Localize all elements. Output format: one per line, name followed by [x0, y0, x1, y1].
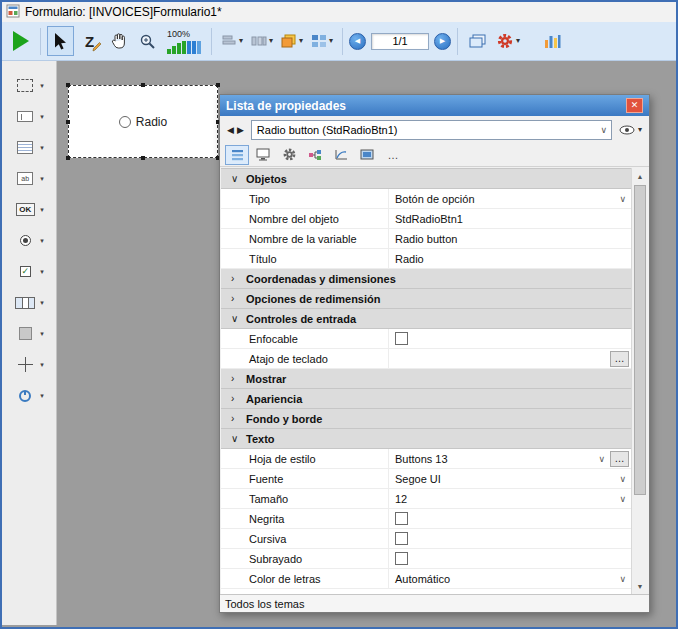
property-row-nombre-de-la-variable: Nombre de la variableRadio button: [221, 229, 631, 249]
prev-page-button[interactable]: ◀: [349, 33, 366, 50]
run-button[interactable]: [7, 26, 34, 56]
panel-scrollbar[interactable]: ▲ ▼: [631, 168, 648, 594]
object-prev-next-button[interactable]: ◀ ▶: [225, 123, 246, 137]
grid-menu-button[interactable]: ▾: [308, 26, 336, 56]
chevron-down-icon[interactable]: ∨: [619, 474, 629, 484]
chevron-down-icon[interactable]: ▾: [40, 82, 44, 89]
chevron-down-icon[interactable]: ▾: [40, 392, 44, 399]
property-value[interactable]: Radio: [395, 253, 424, 265]
tab-more[interactable]: …: [381, 145, 405, 165]
zoom-level-widget[interactable]: 100%: [163, 25, 205, 57]
resize-handle[interactable]: [141, 83, 145, 87]
object-selector-combobox[interactable]: Radio button (StdRadioBtn1) ∨: [251, 120, 612, 140]
button-bar-tool-button[interactable]: ▾: [14, 291, 44, 314]
chevron-down-icon[interactable]: ∨: [600, 125, 607, 135]
scroll-down-icon[interactable]: ▼: [632, 578, 648, 594]
resize-handle[interactable]: [141, 156, 145, 160]
chevron-down-icon[interactable]: ▾: [40, 361, 44, 368]
properties-panel-titlebar[interactable]: Lista de propiedades ✕: [220, 95, 649, 116]
tab-order-tool-button[interactable]: Z: [76, 26, 103, 56]
chevron-down-icon[interactable]: ▾: [40, 299, 44, 306]
next-page-button[interactable]: ▶: [434, 33, 451, 50]
scrollbar-thumb[interactable]: [634, 185, 646, 495]
radio-tool-button[interactable]: ▾: [14, 229, 44, 252]
resize-handle[interactable]: [66, 83, 70, 87]
radio-button-widget[interactable]: Radio: [68, 85, 218, 158]
property-value[interactable]: Radio button: [395, 233, 457, 245]
checkbox[interactable]: [395, 532, 408, 545]
resize-handle[interactable]: [216, 83, 220, 87]
section-opciones-de-redimension[interactable]: ›Opciones de redimensión: [221, 289, 631, 309]
list-tool-button[interactable]: ▾: [14, 136, 44, 159]
property-value[interactable]: 12: [395, 493, 407, 505]
zoom-tool-button[interactable]: [134, 26, 161, 56]
property-value[interactable]: Buttons 13: [395, 453, 448, 465]
next-icon[interactable]: ▶: [237, 125, 244, 135]
chevron-down-icon[interactable]: ∨: [619, 494, 629, 504]
tab-nodes[interactable]: [303, 145, 327, 165]
field-tool-button[interactable]: ▾: [14, 105, 44, 128]
chevron-down-icon[interactable]: ▾: [40, 237, 44, 244]
property-value[interactable]: Automático: [395, 573, 450, 585]
visibility-menu-button[interactable]: ▾: [617, 123, 644, 137]
chevron-down-icon: ▾: [638, 126, 642, 134]
checkbox[interactable]: [395, 552, 408, 565]
section-apariencia[interactable]: ›Apariencia: [221, 389, 631, 409]
chevron-down-icon[interactable]: ∨: [598, 454, 608, 464]
ok-button-tool-button[interactable]: OK▾: [14, 198, 44, 221]
property-value[interactable]: Botón de opción: [395, 193, 475, 205]
section-controles-de-entrada[interactable]: ∨Controles de entrada: [221, 309, 631, 329]
dial-tool-button[interactable]: ▾: [14, 384, 44, 407]
align-menu-button[interactable]: ▾: [218, 26, 246, 56]
section-label: Opciones de redimensión: [246, 293, 380, 305]
section-fondo-y-borde[interactable]: ›Fondo y borde: [221, 409, 631, 429]
window-icon: [6, 4, 20, 21]
chevron-down-icon[interactable]: ▾: [40, 113, 44, 120]
checkbox[interactable]: [395, 512, 408, 525]
tab-monitor[interactable]: [251, 145, 275, 165]
chevron-down-icon[interactable]: ▾: [40, 330, 44, 337]
ellipsis-button[interactable]: …: [610, 451, 629, 467]
distribute-menu-button[interactable]: ▾: [248, 26, 276, 56]
tab-settings[interactable]: [277, 145, 301, 165]
tab-curve[interactable]: [329, 145, 353, 165]
marquee-tool-button[interactable]: ▾: [14, 74, 44, 97]
text-tool-button[interactable]: ab▾: [14, 167, 44, 190]
pan-tool-button[interactable]: [105, 26, 132, 56]
chevron-down-icon[interactable]: ∨: [619, 194, 629, 204]
ellipsis-button[interactable]: …: [610, 351, 629, 367]
windows-button[interactable]: [464, 26, 491, 56]
select-tool-button[interactable]: [47, 26, 74, 56]
chevron-down-icon[interactable]: ▾: [40, 206, 44, 213]
settings-gear-button[interactable]: ▾: [493, 26, 523, 56]
property-value[interactable]: Segoe UI: [395, 473, 441, 485]
panel-tool-button[interactable]: ▾: [14, 322, 44, 345]
chevron-down-icon[interactable]: ▾: [40, 268, 44, 275]
property-value[interactable]: StdRadioBtn1: [395, 213, 463, 225]
page-indicator[interactable]: 1/1: [371, 33, 429, 50]
section-objetos[interactable]: ∨Objetos: [221, 169, 631, 189]
tab-form-list[interactable]: [225, 145, 249, 165]
tab-display[interactable]: [355, 145, 379, 165]
columns-button[interactable]: [539, 26, 566, 56]
chevron-down-icon[interactable]: ▾: [40, 175, 44, 182]
window-title: Formulario: [INVOICES]Formulario1*: [25, 5, 222, 19]
close-icon[interactable]: ✕: [626, 98, 643, 113]
window-titlebar[interactable]: Formulario: [INVOICES]Formulario1*: [2, 2, 676, 22]
chevron-down-icon[interactable]: ∨: [619, 574, 629, 584]
checkbox-tool-button[interactable]: ✓▾: [14, 260, 44, 283]
section-texto[interactable]: ∨Texto: [221, 429, 631, 449]
checkbox[interactable]: [395, 332, 408, 345]
resize-handle[interactable]: [66, 156, 70, 160]
chevron-down-icon[interactable]: ▾: [40, 144, 44, 151]
section-coordenadas-y-dimensiones[interactable]: ›Coordenadas y dimensiones: [221, 269, 631, 289]
scroll-up-icon[interactable]: ▲: [632, 168, 648, 184]
prev-icon[interactable]: ◀: [227, 125, 234, 135]
section-mostrar[interactable]: ›Mostrar: [221, 369, 631, 389]
eye-icon: [619, 125, 635, 135]
radio-widget-label: Radio: [136, 115, 167, 129]
splitter-tool-button[interactable]: ▾: [14, 353, 44, 376]
resize-handle[interactable]: [66, 120, 70, 124]
property-row-fuente: FuenteSegoe UI∨: [221, 469, 631, 489]
layers-menu-button[interactable]: ▾: [278, 26, 306, 56]
